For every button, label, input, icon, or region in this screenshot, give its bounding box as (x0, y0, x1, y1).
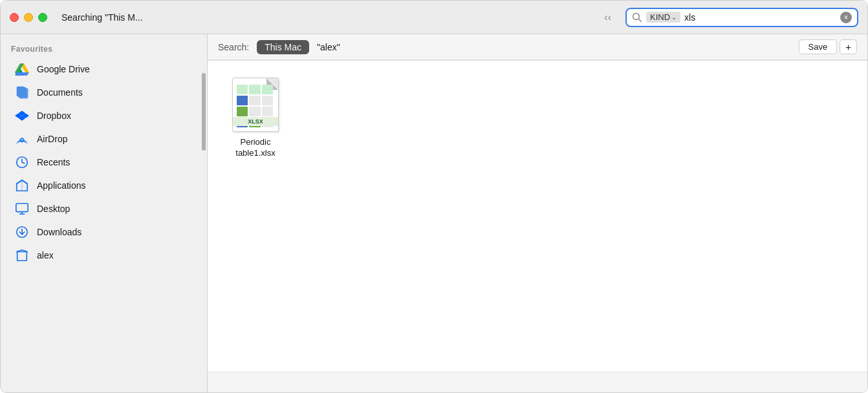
search-filter-row: Search: This Mac "alex" Save + (208, 34, 867, 60)
xlsx-label: XLSX (233, 117, 278, 126)
main-layout: Favourites Goo (1, 34, 867, 392)
sidebar-item-documents[interactable]: Documents (5, 81, 203, 104)
search-label: Search: (218, 42, 249, 52)
search-icon (632, 12, 642, 23)
bottom-bar (208, 372, 867, 392)
search-actions: Save + (799, 39, 857, 54)
sidebar-item-label-alex: alex (37, 250, 54, 260)
sidebar-item-label-dropbox: Dropbox (37, 111, 71, 121)
file-item-periodic-table[interactable]: XLSX Periodictable1.xlsx (223, 76, 288, 159)
minimize-button[interactable] (24, 13, 33, 22)
traffic-lights (10, 13, 47, 22)
sidebar-scroll: Favourites Goo (1, 34, 207, 392)
sidebar-item-label-google-drive: Google Drive (37, 64, 90, 74)
maximize-button[interactable] (38, 13, 47, 22)
search-clear-button[interactable]: × (840, 12, 852, 23)
file-name: Periodictable1.xlsx (235, 137, 275, 159)
sidebar-item-label-documents: Documents (37, 87, 83, 98)
add-button[interactable]: + (840, 39, 857, 54)
sidebar-item-label-applications: Applications (37, 180, 86, 191)
sidebar-item-downloads[interactable]: Downloads (5, 220, 203, 244)
downloads-icon (15, 225, 29, 239)
window-title: Searching "This M... (55, 12, 600, 23)
svg-line-1 (639, 19, 642, 21)
sidebar-item-desktop[interactable]: Desktop (5, 197, 203, 220)
google-drive-icon (15, 62, 29, 76)
svg-rect-10 (18, 87, 27, 98)
close-button[interactable] (10, 13, 19, 22)
save-button[interactable]: Save (799, 39, 838, 54)
alex-scope-button[interactable]: "alex" (317, 42, 340, 52)
dropbox-icon (15, 109, 29, 123)
desktop-icon (15, 202, 29, 216)
sidebar-item-applications[interactable]: Applications (5, 174, 203, 197)
file-grid: XLSX Periodictable1.xlsx (208, 61, 867, 372)
svg-rect-17 (16, 204, 28, 212)
sidebar-item-dropbox[interactable]: Dropbox (5, 104, 203, 127)
applications-icon (15, 178, 29, 193)
kind-label: KIND (650, 12, 670, 22)
title-bar: Searching "This M... ‹‹ KIND ⌄ × (1, 1, 867, 34)
sidebar-item-alex[interactable]: alex (5, 244, 203, 267)
airdrop-icon (15, 132, 29, 146)
svg-rect-22 (17, 252, 27, 261)
content-area: Search: This Mac "alex" Save + (208, 34, 867, 392)
alex-icon (15, 248, 29, 262)
sidebar-item-google-drive[interactable]: Google Drive (5, 58, 203, 81)
sidebar-item-airdrop[interactable]: AirDrop (5, 127, 203, 151)
svg-marker-7 (15, 72, 29, 76)
kind-chevron-icon: ⌄ (671, 14, 677, 21)
kind-filter-tag[interactable]: KIND ⌄ (646, 12, 680, 23)
scrollbar-thumb[interactable] (202, 73, 206, 151)
search-input[interactable] (684, 12, 836, 23)
navigate-back-button[interactable]: ‹‹ (600, 10, 615, 25)
file-icon-xlsx: XLSX (230, 76, 281, 133)
sidebar-section-title: Favourites (1, 45, 207, 58)
documents-icon (15, 85, 29, 100)
this-mac-button[interactable]: This Mac (257, 40, 309, 54)
sidebar-item-label-desktop: Desktop (37, 204, 70, 214)
sidebar-item-recents[interactable]: Recents (5, 151, 203, 174)
sidebar: Favourites Goo (1, 34, 208, 392)
search-bar[interactable]: KIND ⌄ × (625, 8, 858, 27)
sidebar-item-label-airdrop: AirDrop (37, 134, 67, 144)
sidebar-item-label-recents: Recents (37, 157, 70, 167)
sidebar-item-label-downloads: Downloads (37, 227, 81, 237)
scrollbar-track (202, 47, 206, 379)
recents-icon (15, 155, 29, 169)
